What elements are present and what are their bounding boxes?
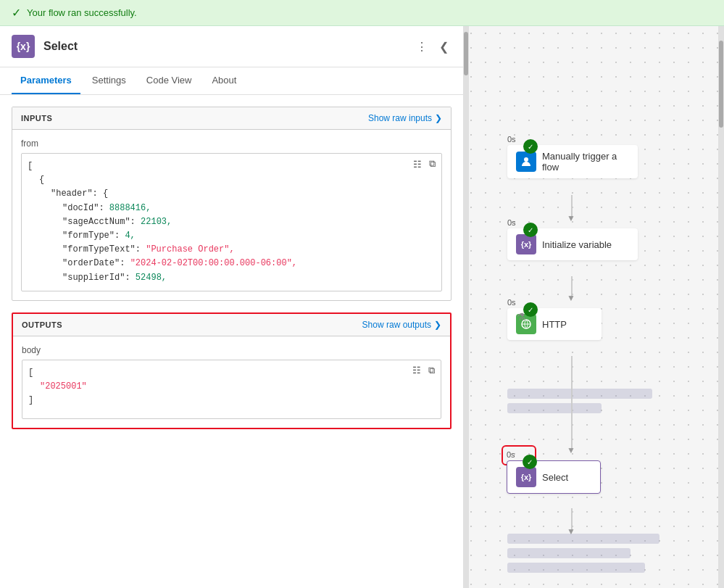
table-view-btn-outputs[interactable]: ☷ xyxy=(411,363,423,378)
show-raw-outputs-label: Show raw outputs xyxy=(362,320,431,330)
inputs-code-editor-wrapper: ☷ ⧉ [ { "header": { "docId": 8888416, "s… xyxy=(21,153,442,291)
blur-row-5 xyxy=(507,563,645,573)
select-badge: ✓ xyxy=(523,455,537,469)
out-line-3: ] xyxy=(28,394,397,407)
tab-parameters[interactable]: Parameters xyxy=(12,67,80,94)
blur-row-1 xyxy=(507,389,652,399)
code-line-9: "supplierId": 52498, xyxy=(28,271,398,285)
trigger-icon xyxy=(516,152,536,172)
table-view-btn-inputs[interactable]: ☷ xyxy=(412,157,423,171)
panel-icon-label: {x} xyxy=(17,41,30,52)
inputs-code-editor[interactable]: ☷ ⧉ [ { "header": { "docId": 8888416, "s… xyxy=(21,153,442,291)
inputs-title: INPUTS xyxy=(21,114,52,123)
trigger-badge: ✓ xyxy=(523,139,538,154)
right-scrollbar-thumb xyxy=(719,41,723,128)
inputs-body: from ☷ ⧉ [ { "header": { "docId": 8 xyxy=(12,130,451,300)
blur-row-2 xyxy=(507,403,602,413)
select-label: Select xyxy=(542,472,568,483)
success-text: Your flow ran successfully. xyxy=(27,7,137,18)
init-icon: {x} xyxy=(516,234,536,254)
node-init-wrapper: 0s {x} Initialize variable ✓ xyxy=(507,218,532,228)
init-time: 0s xyxy=(507,218,516,227)
init-label: Initialize variable xyxy=(542,239,612,250)
show-raw-inputs-button[interactable]: Show raw inputs ❯ xyxy=(368,113,442,123)
select-icon-text: {x} xyxy=(521,473,532,481)
success-icon: ✓ xyxy=(12,6,21,20)
inputs-section-header: INPUTS Show raw inputs ❯ xyxy=(12,107,451,130)
code-line-3: "header": { xyxy=(28,187,398,201)
right-scrollbar[interactable] xyxy=(718,26,724,588)
code-line-1: [ xyxy=(28,160,398,173)
copy-btn-outputs[interactable]: ⧉ xyxy=(427,363,436,378)
init-icon-text: {x} xyxy=(521,240,532,249)
panel-content: INPUTS Show raw inputs ❯ from ☷ ⧉ xyxy=(0,95,463,588)
node-select[interactable]: {x} Select xyxy=(507,460,601,494)
tab-settings[interactable]: Settings xyxy=(83,67,135,94)
code-toolbar-outputs: ☷ ⧉ xyxy=(407,360,441,381)
code-line-4: "docId": 8888416, xyxy=(28,202,398,215)
code-line-5: "sageAcctNum": 22103, xyxy=(28,215,398,229)
main-layout: {x} Select ⋮ ❮ Parameters Settings Code … xyxy=(0,26,724,588)
more-options-button[interactable]: ⋮ xyxy=(413,37,430,57)
code-line-7: "formTypeText": "Purchase Order", xyxy=(28,243,398,257)
trigger-time: 0s xyxy=(507,135,516,144)
left-panel: {x} Select ⋮ ❮ Parameters Settings Code … xyxy=(0,26,464,588)
outputs-section: OUTPUTS Show raw outputs ❯ body ☷ ⧉ xyxy=(12,312,452,429)
copy-btn-inputs[interactable]: ⧉ xyxy=(428,157,437,171)
connector-3 xyxy=(571,356,573,450)
outputs-body: body ☷ ⧉ [ "2025001" ] xyxy=(13,336,450,428)
inputs-section: INPUTS Show raw inputs ❯ from ☷ ⧉ xyxy=(12,107,452,301)
http-label: HTTP xyxy=(542,319,567,330)
out-line-1: [ xyxy=(28,366,397,380)
code-line-8: "orderDate": "2024-02-02T00:00:00.000-06… xyxy=(28,257,398,270)
select-icon: {x} xyxy=(516,467,536,487)
code-line-6: "formType": 4, xyxy=(28,229,398,243)
from-field-label: from xyxy=(21,138,442,149)
tab-about[interactable]: About xyxy=(203,67,245,94)
right-panel: 0s Manually trigger aflow ✓ ▼ 0s xyxy=(464,26,724,588)
outputs-code-content: [ "2025001" ] xyxy=(22,360,441,418)
inputs-code-content: [ { "header": { "docId": 8888416, "sageA… xyxy=(22,154,441,291)
flow-canvas: 0s Manually trigger aflow ✓ ▼ 0s xyxy=(464,26,724,588)
blur-row-4 xyxy=(507,548,631,558)
init-badge: ✓ xyxy=(523,223,538,237)
tabs-bar: Parameters Settings Code View About xyxy=(0,67,463,95)
outputs-section-header: OUTPUTS Show raw outputs ❯ xyxy=(13,314,450,336)
code-toolbar-inputs: ☷ ⧉ xyxy=(407,154,441,174)
outputs-code-editor-wrapper: ☷ ⧉ [ "2025001" ] xyxy=(22,360,441,419)
center-scrollbar[interactable] xyxy=(463,26,469,588)
outputs-code-editor[interactable]: ☷ ⧉ [ "2025001" ] xyxy=(22,360,441,419)
show-raw-outputs-button[interactable]: Show raw outputs ❯ xyxy=(362,320,441,330)
svg-point-0 xyxy=(524,157,528,162)
arrow-2: ▼ xyxy=(567,293,575,303)
node-trigger-wrapper: 0s Manually trigger aflow ✓ xyxy=(507,135,532,145)
out-line-2: "2025001" xyxy=(28,380,397,394)
blur-row-3 xyxy=(507,534,659,544)
panel-header: {x} Select ⋮ ❮ xyxy=(0,26,463,67)
outputs-title: OUTPUTS xyxy=(22,320,62,329)
show-raw-outputs-arrow: ❯ xyxy=(434,320,441,330)
panel-actions: ⋮ ❮ xyxy=(413,37,452,57)
show-raw-inputs-label: Show raw inputs xyxy=(368,113,432,123)
collapse-button[interactable]: ❮ xyxy=(436,37,452,57)
arrow-3: ▼ xyxy=(567,445,575,455)
trigger-label: Manually trigger aflow xyxy=(542,151,617,173)
center-scrollbar-thumb xyxy=(464,32,468,75)
arrow-1: ▼ xyxy=(567,213,575,223)
tab-codeview[interactable]: Code View xyxy=(138,67,201,94)
select-time: 0s xyxy=(507,450,515,459)
panel-title: Select xyxy=(43,40,404,53)
code-line-2: { xyxy=(28,173,398,187)
success-banner: ✓ Your flow ran successfully. xyxy=(0,0,724,26)
node-select-highlight: 0s {x} Select ✓ xyxy=(502,445,536,465)
panel-icon: {x} xyxy=(12,35,35,58)
http-time: 0s xyxy=(507,298,516,307)
body-field-label: body xyxy=(22,345,441,355)
node-http-wrapper: 0s HTTP ✓ ⚗ xyxy=(507,298,532,308)
http-flask-icon: ⚗ xyxy=(517,311,526,323)
show-raw-inputs-arrow: ❯ xyxy=(435,113,442,123)
